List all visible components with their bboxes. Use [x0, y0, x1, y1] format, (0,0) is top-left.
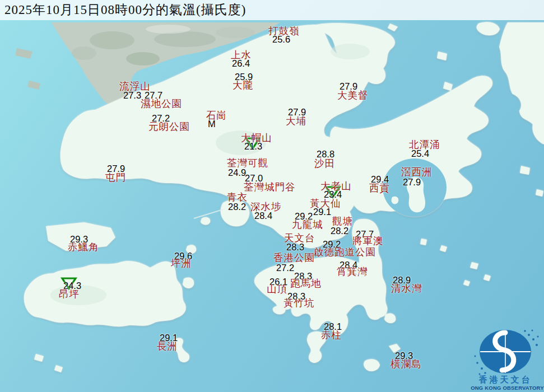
hong-kong-base-map — [0, 0, 544, 392]
island-kau-sai-chau — [407, 177, 425, 212]
hko-emblem: 香港天文台 HONG KONG OBSERVATORY — [471, 323, 543, 391]
logo-chinese-name: 香港天文台 — [478, 375, 532, 384]
hko-temperature-map: 25.6 打鼓嶺 26.4 上水 25.9 大隴 27.3 流浮山 27.7 濕… — [0, 0, 544, 392]
island-ma-wan — [201, 217, 210, 225]
islet — [420, 239, 427, 245]
island-sharp — [392, 197, 399, 204]
title-bar: 2025年10月15日08時00分的氣溫(攝氏度) — [0, 0, 544, 20]
map-title: 2025年10月15日08時00分的氣溫(攝氏度) — [4, 2, 246, 18]
hko-emblem-symbol — [475, 330, 539, 375]
hko-logo: 香港天文台 HONG KONG OBSERVATORY — [471, 323, 543, 391]
logo-english-name: HONG KONG OBSERVATORY — [471, 385, 543, 391]
